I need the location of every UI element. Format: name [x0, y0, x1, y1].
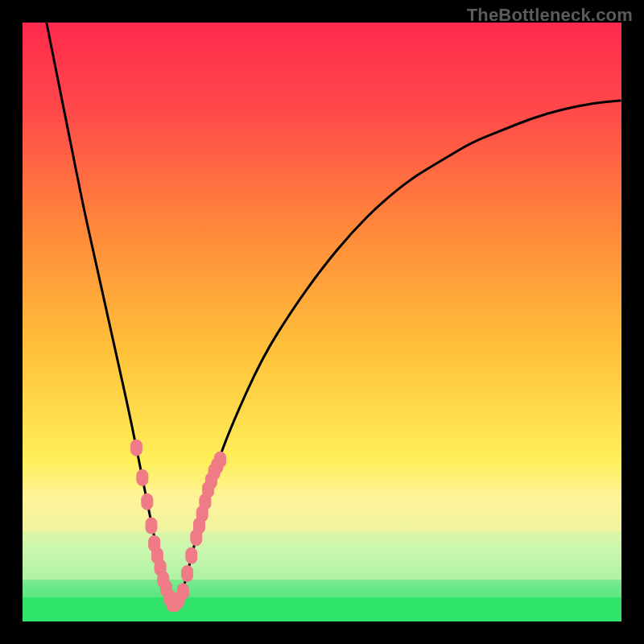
sample-point — [215, 452, 226, 468]
chart-svg — [23, 23, 621, 621]
chart-frame: TheBottleneck.com — [0, 0, 644, 644]
sample-point — [177, 584, 188, 600]
sample-point — [146, 518, 157, 534]
sample-point — [186, 547, 197, 564]
green-band-light — [23, 550, 621, 580]
sample-point — [142, 493, 153, 510]
watermark-text: TheBottleneck.com — [467, 5, 633, 26]
sample-point — [137, 469, 148, 485]
green-band — [23, 597, 621, 621]
sample-point — [130, 440, 142, 456]
yellow-band — [23, 489, 621, 531]
plot-area — [23, 23, 621, 621]
sample-point — [182, 566, 193, 582]
